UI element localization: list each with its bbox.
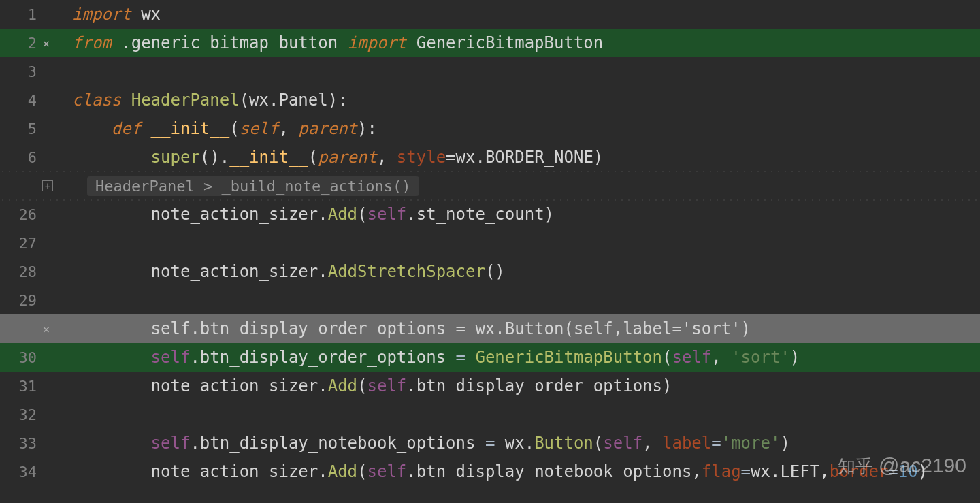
code-text[interactable] — [67, 400, 980, 429]
code-text[interactable]: note_action_sizer.Add(self.st_note_count… — [67, 200, 980, 229]
line-number: 32 — [0, 400, 56, 429]
line-number: 3 — [0, 57, 56, 86]
line-number: × — [0, 314, 56, 343]
code-line[interactable]: 29 — [0, 286, 980, 314]
code-line[interactable]: 2×from .generic_bitmap_button import Gen… — [0, 29, 980, 57]
code-line[interactable]: 5 def __init__(self, parent): — [0, 114, 980, 143]
code-text[interactable]: note_action_sizer.Add(self.btn_display_o… — [67, 372, 980, 400]
code-text[interactable] — [67, 286, 980, 314]
line-number: 4 — [0, 86, 56, 114]
code-line[interactable]: 27 — [0, 229, 980, 257]
expand-fold-icon[interactable]: + — [42, 180, 53, 191]
code-text[interactable]: self.btn_display_notebook_options = wx.B… — [67, 429, 980, 457]
code-text[interactable]: super().__init__(parent, style=wx.BORDER… — [67, 143, 980, 172]
code-line[interactable]: 28 note_action_sizer.AddStretchSpacer() — [0, 257, 980, 286]
line-number: 34 — [0, 457, 56, 486]
line-number: 31 — [0, 372, 56, 400]
code-line[interactable]: 1import wx — [0, 0, 980, 29]
code-text[interactable]: def __init__(self, parent): — [67, 114, 980, 143]
code-line[interactable]: 4class HeaderPanel(wx.Panel): — [0, 86, 980, 114]
code-text[interactable]: note_action_sizer.Add(self.btn_display_n… — [67, 457, 980, 486]
code-text[interactable]: self.btn_display_order_options = wx.Butt… — [67, 314, 980, 343]
code-line[interactable]: 31 note_action_sizer.Add(self.btn_displa… — [0, 372, 980, 400]
line-number: 30 — [0, 343, 56, 372]
code-text[interactable]: import wx — [67, 0, 980, 29]
diff-marker-icon[interactable]: × — [41, 323, 52, 334]
line-number: 5 — [0, 114, 56, 143]
line-number: 2× — [0, 29, 56, 57]
fold-breadcrumb: HeaderPanel > _build_note_actions() — [87, 176, 419, 196]
diff-marker-icon[interactable]: × — [41, 37, 52, 48]
code-text[interactable]: self.btn_display_order_options = Generic… — [67, 343, 980, 372]
folded-region[interactable]: +HeaderPanel > _build_note_actions() — [0, 172, 980, 200]
code-line[interactable]: 34 note_action_sizer.Add(self.btn_displa… — [0, 457, 980, 486]
code-text[interactable]: from .generic_bitmap_button import Gener… — [67, 29, 980, 57]
code-line[interactable]: 6 super().__init__(parent, style=wx.BORD… — [0, 143, 980, 172]
code-line[interactable]: 33 self.btn_display_notebook_options = w… — [0, 429, 980, 457]
code-line[interactable]: 3 — [0, 57, 980, 86]
code-editor[interactable]: 1import wx2×from .generic_bitmap_button … — [0, 0, 980, 503]
code-text[interactable]: note_action_sizer.AddStretchSpacer() — [67, 257, 980, 286]
code-text[interactable] — [67, 229, 980, 257]
code-line[interactable]: × self.btn_display_order_options = wx.Bu… — [0, 314, 980, 343]
line-number: 33 — [0, 429, 56, 457]
code-line[interactable]: 32 — [0, 400, 980, 429]
line-number: 27 — [0, 229, 56, 257]
line-number: 28 — [0, 257, 56, 286]
line-number: 29 — [0, 286, 56, 314]
line-number: 1 — [0, 0, 56, 29]
code-text[interactable] — [67, 57, 980, 86]
code-text[interactable]: class HeaderPanel(wx.Panel): — [67, 86, 980, 114]
line-number: 26 — [0, 200, 56, 229]
code-line[interactable]: 30 self.btn_display_order_options = Gene… — [0, 343, 980, 372]
code-line[interactable]: 26 note_action_sizer.Add(self.st_note_co… — [0, 200, 980, 229]
line-number: 6 — [0, 143, 56, 172]
